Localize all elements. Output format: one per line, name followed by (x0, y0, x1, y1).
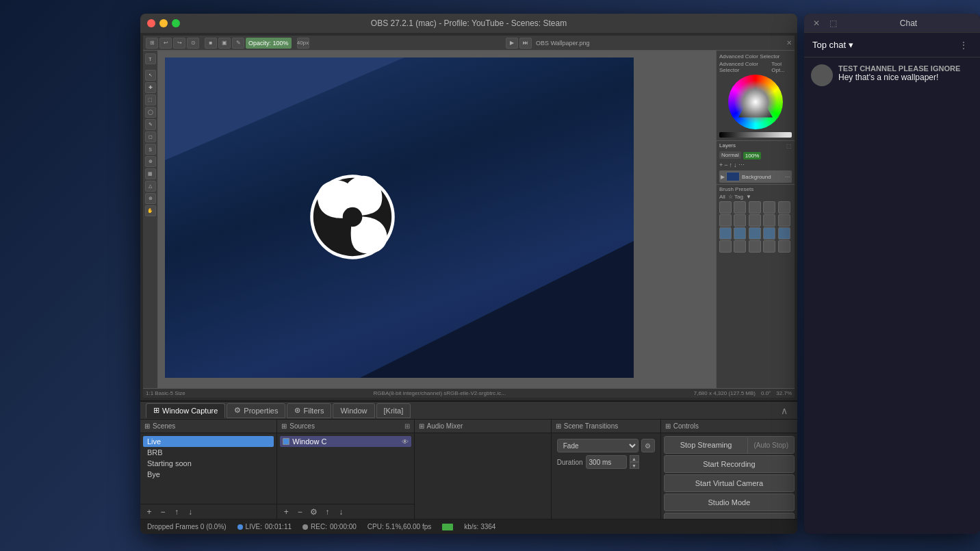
start-recording-btn[interactable]: Start Recording (664, 455, 795, 473)
minimize-button[interactable] (159, 19, 168, 27)
brush-17[interactable] (734, 240, 746, 253)
duration-input[interactable] (586, 455, 627, 469)
chat-messages[interactable]: TEST CHANNEL PLEASE IGNORE Hey that's a … (804, 57, 980, 534)
krita-tb-btn-5[interactable]: ■ (205, 38, 217, 49)
tool-brush[interactable]: ✎ (145, 119, 156, 130)
color-slider[interactable] (719, 132, 792, 138)
tool-move[interactable]: ✚ (145, 82, 156, 93)
krita-tb-btn-2[interactable]: ↩ (159, 38, 172, 49)
krita-adv-color[interactable]: Advanced Color Selector (719, 61, 769, 73)
layer-expand-arrow[interactable]: ▶ (721, 174, 725, 180)
scene-up-btn[interactable]: ↑ (170, 506, 183, 518)
brush-18[interactable] (749, 240, 761, 253)
scene-down-btn[interactable]: ↓ (184, 506, 196, 518)
brush-filter-all[interactable]: All (719, 194, 725, 200)
brush-10[interactable] (778, 214, 790, 227)
brush-4[interactable] (763, 201, 775, 214)
krita-canvas-area[interactable] (158, 51, 716, 388)
chat-close-btn[interactable]: ✕ (811, 18, 822, 29)
spinner-down[interactable]: ▼ (630, 462, 639, 469)
brush-12[interactable] (734, 227, 746, 240)
brush-15[interactable] (778, 227, 790, 240)
brush-11[interactable] (719, 227, 732, 240)
brush-8[interactable] (749, 214, 761, 227)
source-down-btn[interactable]: ↓ (335, 506, 347, 518)
sources-panel-expand[interactable]: ⊞ (404, 422, 410, 430)
layer-item-background[interactable]: ▶ Background ⋯ (719, 170, 792, 183)
tool-pan[interactable]: ✋ (145, 205, 156, 216)
source-up-btn[interactable]: ↑ (321, 506, 333, 518)
layer-del[interactable]: − (724, 162, 727, 168)
tool-shape[interactable]: △ (145, 181, 156, 192)
krita-close[interactable]: ✕ (786, 39, 792, 47)
brush-filter-more[interactable]: ▼ (746, 194, 751, 200)
scene-item-bye[interactable]: Bye (143, 469, 274, 480)
brush-3[interactable] (749, 201, 761, 214)
stop-streaming-btn[interactable]: Stop Streaming (665, 437, 748, 453)
krita-anim[interactable]: ⏭ (519, 38, 532, 49)
scene-item-starting[interactable]: Starting soon (143, 458, 274, 469)
krita-opacity[interactable]: Opacity: 100% (246, 38, 292, 49)
brush-19[interactable] (763, 240, 775, 253)
scene-add-btn[interactable]: + (143, 506, 155, 518)
layer-up[interactable]: ↑ (730, 162, 733, 168)
scene-item-live[interactable]: Live (143, 436, 274, 447)
chat-more-btn[interactable]: ⋮ (955, 37, 972, 53)
source-item-windowc[interactable]: Window C 👁 (280, 436, 411, 447)
chat-expand-btn[interactable]: ⬚ (827, 18, 838, 29)
start-virtual-camera-btn[interactable]: Start Virtual Camera (664, 474, 795, 492)
layer-more[interactable]: ⋯ (738, 162, 745, 168)
scene-remove-btn[interactable]: − (157, 506, 169, 518)
brush-filter-tag[interactable]: ☆ Tag (728, 194, 743, 200)
brush-1[interactable] (719, 201, 732, 214)
krita-tb-btn-1[interactable]: ⊞ (146, 38, 158, 49)
panel-collapse-btn[interactable]: ∧ (777, 405, 792, 416)
tab-properties[interactable]: ⚙ Properties (227, 403, 285, 418)
krita-tool-opts[interactable]: Tool Opt... (771, 61, 792, 73)
maximize-button[interactable] (172, 19, 180, 27)
source-eye-icon[interactable]: 👁 (402, 438, 409, 446)
spinner-up[interactable]: ▲ (630, 455, 639, 462)
krita-tb-btn-6[interactable]: ▣ (218, 38, 231, 49)
transition-select[interactable]: Fade Cut Slide (557, 439, 639, 452)
tab-window[interactable]: Window (333, 403, 374, 418)
brush-16[interactable] (719, 240, 732, 253)
auto-stop-btn[interactable]: (Auto Stop) (747, 437, 794, 453)
krita-tb-btn-4[interactable]: ⊙ (187, 38, 199, 49)
tool-crop[interactable]: ⬚ (145, 94, 156, 105)
brush-20[interactable] (778, 240, 790, 253)
top-chat-selector[interactable]: Top chat ▾ (812, 40, 853, 50)
layer-add[interactable]: + (719, 162, 723, 168)
close-button[interactable] (147, 19, 155, 27)
tab-krita[interactable]: [Krita] (376, 403, 411, 418)
layer-down[interactable]: ↓ (734, 162, 737, 168)
brush-13[interactable] (749, 227, 761, 240)
krita-tb-btn-3[interactable]: ↪ (173, 38, 185, 49)
tool-select[interactable]: ↖ (145, 70, 156, 81)
tool-text[interactable]: T (145, 53, 156, 64)
transition-settings-btn[interactable]: ⚙ (641, 439, 655, 452)
tool-eraser[interactable]: ◻ (145, 131, 156, 142)
layer-actions[interactable]: ⋯ (785, 174, 790, 180)
tab-filters[interactable]: ⊛ Filters (287, 403, 331, 418)
tool-fill[interactable]: ◯ (145, 107, 156, 118)
tool-smudge[interactable]: S (145, 144, 156, 155)
source-add-btn[interactable]: + (280, 506, 292, 518)
tool-zoom[interactable]: ⊕ (145, 193, 156, 204)
krita-play[interactable]: ▶ (506, 38, 518, 49)
brush-6[interactable] (719, 214, 732, 227)
brush-2[interactable] (734, 201, 746, 214)
brush-9[interactable] (763, 214, 775, 227)
layer-blend[interactable]: Normal (719, 151, 741, 159)
settings-btn[interactable]: Settings (664, 513, 795, 519)
krita-size[interactable]: 40px (297, 38, 309, 49)
brush-7[interactable] (734, 214, 746, 227)
scene-item-brb[interactable]: BRB (143, 447, 274, 458)
krita-tb-btn-7[interactable]: ✎ (232, 38, 244, 49)
tab-window-capture[interactable]: ⊞ Window Capture (146, 403, 225, 418)
color-wheel[interactable] (728, 75, 783, 129)
studio-mode-btn[interactable]: Studio Mode (664, 494, 795, 511)
brush-14[interactable] (763, 227, 775, 240)
layers-expand[interactable]: ⬚ (786, 143, 792, 149)
source-settings-btn[interactable]: ⚙ (307, 506, 320, 518)
